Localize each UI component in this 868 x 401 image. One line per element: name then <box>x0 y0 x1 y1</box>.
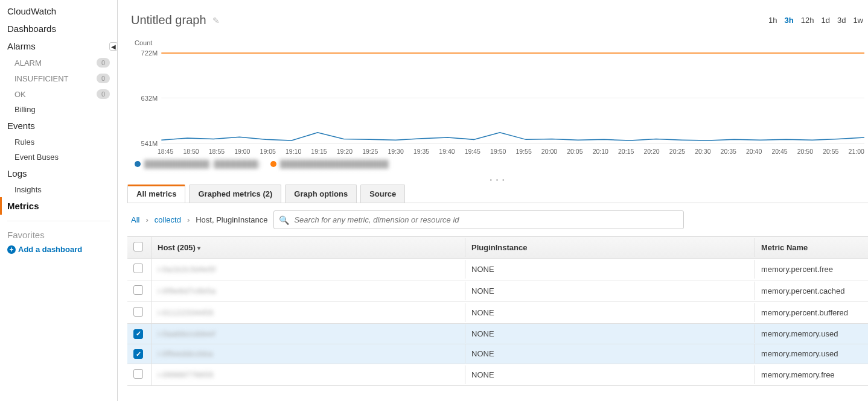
table-header: Host (205) PluginInstance Metric Name <box>127 237 868 259</box>
badge: 0 <box>97 89 110 99</box>
legend-label: ████████████ (████████) <box>144 160 261 168</box>
chart-area: Count 722M632M541M 18:4518:5018:5519:001… <box>127 33 868 175</box>
x-tick: 19:45 <box>465 148 480 155</box>
table-row[interactable]: i-01122334455 NONE memory.percent.buffer… <box>127 302 868 324</box>
nav-billing[interactable]: Billing <box>7 102 117 117</box>
time-range-1d[interactable]: 1d <box>821 16 829 25</box>
svg-text:722M: 722M <box>141 50 158 57</box>
x-tick: 19:15 <box>311 148 327 155</box>
table-row[interactable]: i-0a1b2c3d4e5f NONE memory.percent.free <box>127 259 868 280</box>
row-checkbox-cell: ✓ <box>127 324 152 344</box>
col-host[interactable]: Host (205) <box>152 238 465 257</box>
x-tick: 20:45 <box>771 148 787 155</box>
x-tick: 20:55 <box>823 148 838 155</box>
nav-events[interactable]: Events <box>7 117 117 134</box>
crumb-all[interactable]: All <box>131 215 139 224</box>
chart-ylabel: Count <box>135 39 864 46</box>
select-all-checkbox[interactable] <box>133 242 143 251</box>
x-tick: 18:45 <box>158 148 173 155</box>
col-plugin-instance[interactable]: PluginInstance <box>465 238 755 257</box>
cell-plugin-instance: NONE <box>465 344 755 363</box>
nav-rules[interactable]: Rules <box>7 134 117 150</box>
graph-title: Untitled graph ✎ <box>131 13 220 27</box>
x-tick: 20:20 <box>643 148 659 155</box>
cell-metric-name: memory.percent.cached <box>755 282 868 300</box>
cell-metric-name: memory.memory.used <box>755 344 868 363</box>
add-dashboard-link[interactable]: + Add a dashboard <box>7 242 117 256</box>
panel-resize-handle[interactable]: • • • <box>127 175 868 183</box>
x-tick: 19:30 <box>388 148 404 155</box>
nav-dashboards[interactable]: Dashboards <box>7 20 117 37</box>
x-tick: 19:25 <box>362 148 378 155</box>
time-range-1h[interactable]: 1h <box>768 16 777 25</box>
cell-plugin-instance: NONE <box>465 365 755 384</box>
nav-alarm-ok[interactable]: OK0 <box>7 86 117 102</box>
nav-metrics[interactable]: Metrics <box>0 197 117 215</box>
tab-graphed-metrics-2-[interactable]: Graphed metrics (2) <box>189 185 281 203</box>
sidebar-collapse-button[interactable]: ◀ <box>109 42 118 51</box>
breadcrumb: All › collectd › Host, PluginInstance <box>131 215 267 224</box>
tab-graph-options[interactable]: Graph options <box>285 185 357 203</box>
sidebar: CloudWatch Dashboards Alarms ALARM0 INSU… <box>0 0 118 401</box>
x-tick: 18:50 <box>183 148 199 155</box>
x-tick: 20:15 <box>618 148 634 155</box>
row-checkbox-cell <box>127 302 152 323</box>
legend-item[interactable]: ████████████████████ <box>270 160 389 168</box>
edit-title-icon[interactable]: ✎ <box>212 16 220 25</box>
col-metric-name[interactable]: Metric Name <box>755 238 868 257</box>
cell-host: i-0a1b2c3d4e5f <box>152 260 465 279</box>
time-range-1w[interactable]: 1w <box>853 16 863 25</box>
cell-metric-name: memory.percent.buffered <box>755 303 868 322</box>
tab-source[interactable]: Source <box>360 185 405 203</box>
crumb-namespace[interactable]: collectd <box>155 215 181 224</box>
plus-icon: + <box>7 245 16 254</box>
row-checkbox[interactable] <box>133 307 143 317</box>
x-tick: 20:05 <box>567 148 582 155</box>
nav-cloudwatch[interactable]: CloudWatch <box>7 2 117 20</box>
table-row[interactable]: i-0f9e8d7c6b5a NONE memory.percent.cache… <box>127 280 868 302</box>
cell-host: i-0ffeeddccbba <box>152 344 465 363</box>
time-range-3d[interactable]: 3d <box>837 16 846 25</box>
table-row[interactable]: ✓ i-0aabbccddeef NONE memory.memory.used <box>127 324 868 344</box>
badge: 0 <box>97 58 110 68</box>
svg-text:541M: 541M <box>141 140 158 147</box>
metric-search-box[interactable]: 🔍 <box>273 210 684 229</box>
metrics-tabs: All metricsGraphed metrics (2)Graph opti… <box>127 185 868 203</box>
x-tick: 19:40 <box>439 148 455 155</box>
x-tick: 19:10 <box>286 148 301 155</box>
x-tick: 20:10 <box>593 148 608 155</box>
nav-insights[interactable]: Insights <box>7 182 117 197</box>
row-checkbox[interactable]: ✓ <box>133 349 143 359</box>
search-icon: 🔍 <box>279 215 289 225</box>
nav-alarm-alarm[interactable]: ALARM0 <box>7 55 117 71</box>
row-checkbox[interactable]: ✓ <box>133 329 143 339</box>
x-tick: 20:30 <box>695 148 710 155</box>
row-checkbox-cell <box>127 259 152 280</box>
favorites-heading: Favorites <box>7 226 117 242</box>
nav-logs[interactable]: Logs <box>7 165 117 182</box>
legend-color-icon <box>270 161 276 167</box>
row-checkbox[interactable] <box>133 369 143 379</box>
cell-host: i-09988776655 <box>152 365 465 384</box>
table-row[interactable]: ✓ i-0ffeeddccbba NONE memory.memory.used <box>127 344 868 365</box>
metrics-table: Host (205) PluginInstance Metric Name i-… <box>127 236 868 386</box>
x-tick: 20:25 <box>669 148 685 155</box>
nav-event-buses[interactable]: Event Buses <box>7 150 117 165</box>
metric-search-input[interactable] <box>292 213 678 226</box>
chart-canvas[interactable]: 722M632M541M <box>135 50 864 147</box>
cell-plugin-instance: NONE <box>465 282 755 300</box>
nav-alarms[interactable]: Alarms <box>7 37 117 55</box>
tab-all-metrics[interactable]: All metrics <box>127 185 185 203</box>
cell-plugin-instance: NONE <box>465 303 755 322</box>
x-tick: 20:50 <box>797 148 813 155</box>
chart-legend: ████████████ (████████)█████████████████… <box>131 155 864 173</box>
table-row[interactable]: i-09988776655 NONE memory.memory.free <box>127 364 868 386</box>
time-range-3h[interactable]: 3h <box>785 16 794 25</box>
legend-item[interactable]: ████████████ (████████) <box>135 160 261 168</box>
nav-alarm-insufficient[interactable]: INSUFFICIENT0 <box>7 71 117 86</box>
cell-metric-name: memory.memory.free <box>755 365 868 384</box>
main-panel: Untitled graph ✎ 1h3h12h1d3d1w Count 722… <box>118 0 868 401</box>
row-checkbox[interactable] <box>133 264 143 273</box>
row-checkbox[interactable] <box>133 285 143 295</box>
time-range-12h[interactable]: 12h <box>801 16 814 25</box>
